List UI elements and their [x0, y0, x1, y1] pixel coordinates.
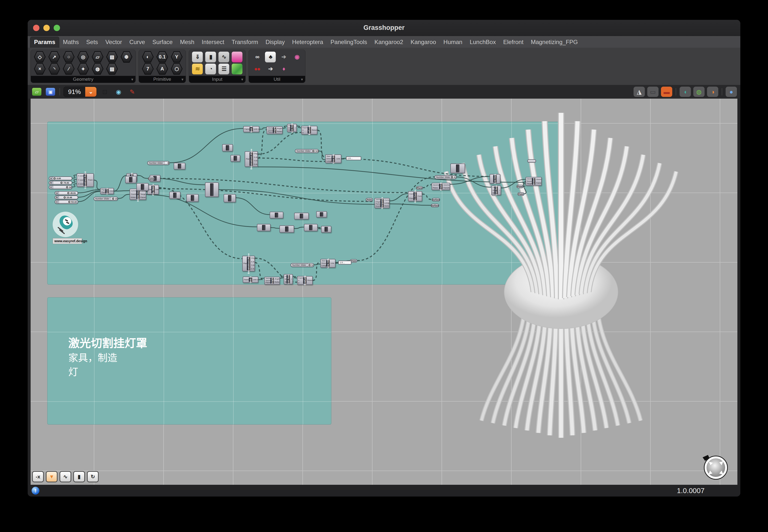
graph-mapper-icon[interactable]: ∿ — [219, 52, 229, 62]
preview-wireframe-button[interactable]: ▭ — [647, 87, 659, 97]
component-node[interactable] — [280, 225, 294, 233]
component-node[interactable] — [294, 213, 309, 220]
expression-button[interactable]: -x — [32, 471, 44, 482]
sketch-pencil-button[interactable]: ✎ — [127, 87, 138, 97]
tab-transform[interactable]: Transform — [228, 37, 262, 48]
tab-lunchbox[interactable]: LunchBox — [466, 37, 499, 48]
tab-maths[interactable]: Maths — [59, 37, 82, 48]
boolean-toggle-icon[interactable]: ▮ — [205, 52, 216, 62]
number-slider[interactable]: c53.44 — [55, 200, 78, 204]
galapagos-glasses-icon[interactable]: ∞ — [252, 52, 263, 62]
component-node[interactable] — [270, 212, 283, 219]
component-node[interactable] — [321, 226, 331, 233]
tab-display[interactable]: Display — [262, 37, 289, 48]
component-node-orient[interactable]: GeometrySourceTargetOrientGeometryTransf… — [525, 177, 542, 186]
boolean-icon[interactable]: ◐ — [142, 51, 154, 63]
component-node-unit-x[interactable]: FactorUnit XUnit vector — [243, 277, 258, 283]
component-node-evaluate[interactable]: ExpressionxyEvaluateResult — [297, 276, 313, 285]
panel-node[interactable]: 1.0… — [346, 156, 361, 160]
canvas-group-1[interactable] — [47, 122, 559, 285]
group-expand-icon[interactable]: ▾ — [131, 77, 133, 82]
rhino-sync-button[interactable]: ● — [726, 87, 737, 97]
component-node[interactable] — [304, 224, 318, 231]
cull-icon[interactable]: × — [34, 63, 46, 75]
navball-widget[interactable] — [702, 453, 729, 481]
param-capsule-surface[interactable]: Surface — [432, 198, 440, 201]
alert-icon[interactable]: ! — [32, 487, 39, 495]
group-expand-icon[interactable]: ▾ — [241, 77, 243, 82]
wire-display-button[interactable]: ∿ — [59, 471, 71, 482]
cylinder-icon[interactable]: ◍ — [92, 63, 104, 75]
plane-icon[interactable]: ▱ — [92, 51, 104, 63]
group-expand-icon[interactable]: ▾ — [181, 77, 183, 82]
line-icon[interactable]: ∕ — [63, 63, 75, 75]
component-node[interactable] — [136, 183, 149, 191]
component-node[interactable] — [125, 176, 136, 183]
knob-icon[interactable]: ◔ — [205, 64, 216, 74]
component-node-interpolate[interactable]: VerticesDegreePeriodicKnotStyleInterpola… — [374, 198, 390, 208]
component-node-circle[interactable]: PlaneRadiusCircleCircle — [100, 188, 114, 194]
component-node[interactable] — [316, 211, 327, 218]
number-slider[interactable]: Number Slider0.0 — [434, 175, 456, 179]
param-capsule-plane[interactable]: Plane — [416, 186, 423, 190]
component-node-construct-point[interactable]: X coordinateY coordinateZ coordinateCons… — [77, 173, 94, 187]
draw-fancy-wires-button[interactable]: ◑ — [707, 87, 718, 97]
component-node-evaluate[interactable]: ExpressionxyEvaluateResult — [301, 126, 317, 135]
flask-icon[interactable]: ♦ — [278, 64, 289, 74]
draw-icons-button[interactable]: ◍ — [693, 87, 705, 97]
panel-node[interactable]: 1.0… — [338, 261, 351, 265]
preview-eye-button[interactable]: ◉ — [113, 87, 124, 97]
component-node[interactable] — [222, 144, 233, 151]
component-node[interactable] — [231, 155, 240, 162]
mesh-icon[interactable]: ❆ — [120, 51, 132, 63]
component-node[interactable] — [169, 192, 180, 199]
grasshopper-canvas[interactable]: 激光切割挂灯罩 家具，制造 灯 www.easyref.design -x▼∿▮… — [31, 99, 737, 485]
point-icon[interactable]: ◇ — [34, 51, 46, 63]
box-icon[interactable]: ▧ — [106, 51, 118, 63]
number-slider[interactable]: a0.00 — [49, 176, 72, 180]
preview-off-button[interactable]: ◮ — [634, 87, 645, 97]
zoom-extents-button[interactable]: ⊡ — [99, 87, 110, 97]
param-capsule-curve[interactable]: Curve — [148, 177, 155, 180]
tree-icon[interactable]: ♣ — [265, 52, 276, 62]
number-slider[interactable]: Number Slider21 — [93, 197, 118, 201]
group-expand-icon[interactable]: ▾ — [301, 77, 303, 82]
component-node[interactable] — [205, 182, 219, 197]
tab-intersect[interactable]: Intersect — [198, 37, 228, 48]
open-file-button[interactable]: ▱ — [31, 87, 42, 97]
param-capsule-plane[interactable]: Plane — [516, 185, 523, 188]
tab-mesh[interactable]: Mesh — [176, 37, 198, 48]
tab-kangaroo2[interactable]: Kangaroo2 — [371, 37, 407, 48]
number-icon[interactable]: 0.1 — [156, 51, 168, 63]
circle-icon[interactable]: ○ — [63, 51, 75, 63]
recompute-timer-button[interactable]: ↻ — [87, 471, 99, 482]
tab-panelingtools[interactable]: PanelingTools — [327, 37, 371, 48]
number-slider[interactable]: c147.52 — [49, 185, 72, 189]
sparkle-icon[interactable]: ✦ — [77, 63, 89, 75]
jump-arrow-icon[interactable]: ➔ — [278, 52, 289, 62]
toggle-display-button[interactable]: ▮ — [73, 471, 85, 482]
relay-arrow-icon[interactable]: ➔ — [265, 64, 276, 74]
tab-surface[interactable]: Surface — [149, 37, 176, 48]
number-slider-icon[interactable]: ⇓ — [192, 52, 203, 62]
component-node-line-sdl[interactable]: StartDirectionLengthLine SDLLine — [320, 259, 336, 268]
tab-human[interactable]: Human — [440, 37, 466, 48]
preview-shaded-button[interactable]: ▬ — [661, 87, 672, 97]
gradient-icon[interactable] — [232, 52, 243, 62]
cherry-picker-icon[interactable]: ●● — [252, 64, 263, 74]
component-node-project[interactable]: GeometryPlaneProjectGeometryTransform — [431, 183, 450, 190]
data-icon[interactable]: ⬡ — [171, 63, 183, 75]
component-node-join-curves[interactable]: CurvesPreserveJoin CurvesCurves — [408, 191, 422, 201]
twisted-box-icon[interactable]: ▨ — [106, 63, 118, 75]
spiral-icon[interactable]: ◎ — [77, 51, 89, 63]
component-node-flip-matrix[interactable]: DataFlip MatrixData — [147, 185, 159, 195]
component-node-deconstruct-plane[interactable]: PlaneDeconstruct PlaneOriginX-AxisY-Axis… — [245, 151, 258, 167]
component-node-list-item[interactable]: ListIndexWrapList Itemi — [284, 274, 293, 284]
integer-icon[interactable]: 7 — [142, 63, 154, 75]
component-node-unit-x[interactable]: FactorUnit XUnit vector — [243, 126, 259, 132]
component-node[interactable] — [450, 163, 465, 173]
save-file-button[interactable]: ▣ — [45, 87, 56, 97]
item-list-icon[interactable]: ☰ — [219, 64, 229, 74]
tab-elefront[interactable]: Elefront — [499, 37, 527, 48]
tab-heteroptera[interactable]: Heteroptera — [289, 37, 327, 48]
